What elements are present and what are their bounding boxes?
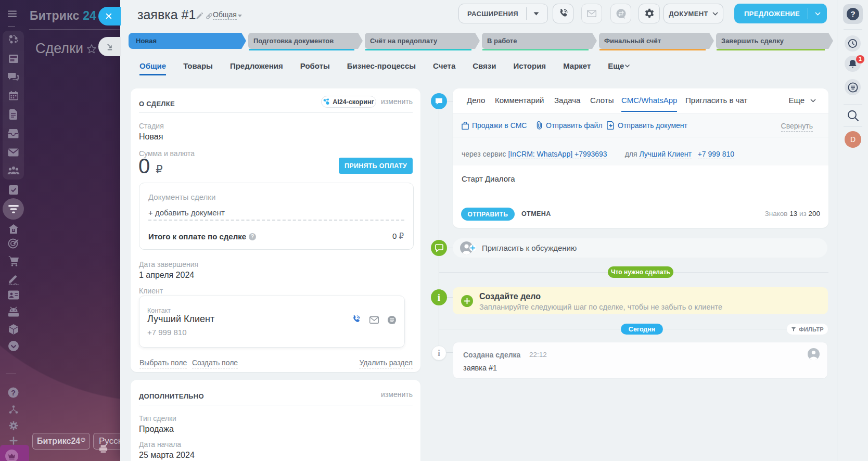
svg-text:?: ? [11,389,16,397]
